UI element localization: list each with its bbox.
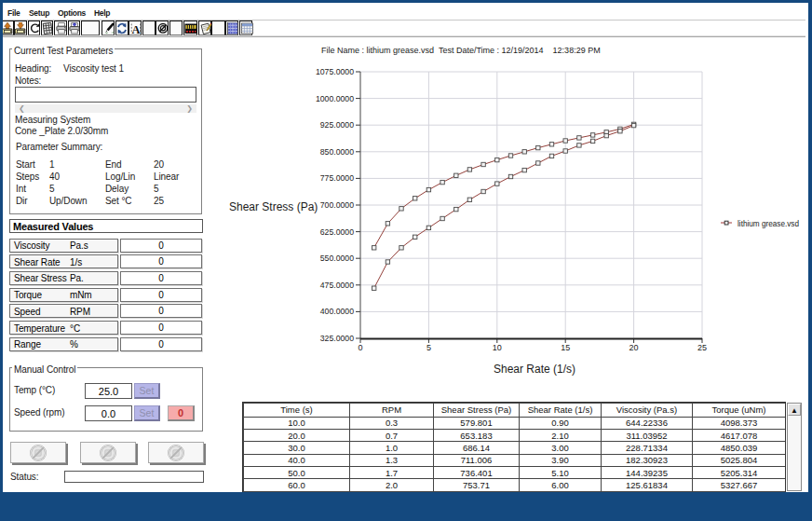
- svg-text:925.0000: 925.0000: [320, 120, 354, 130]
- svg-text:475.0000: 475.0000: [320, 281, 354, 290]
- svg-text:20: 20: [629, 343, 639, 352]
- svg-text:lithium grease.vsd: lithium grease.vsd: [738, 220, 799, 228]
- svg-text:325.0000: 325.0000: [320, 334, 354, 343]
- svg-text:850.0000: 850.0000: [320, 147, 354, 157]
- svg-text:File Name : lithium grease.vsd: File Name : lithium grease.vsd Test Date…: [321, 46, 601, 55]
- svg-text:1075.0000: 1075.0000: [316, 67, 354, 76]
- svg-text:A: A: [131, 22, 140, 34]
- svg-text:10: 10: [493, 343, 502, 352]
- svg-text:5: 5: [426, 343, 431, 352]
- svg-text:Shear Rate (1/s): Shear Rate (1/s): [494, 363, 575, 376]
- svg-text:775.0000: 775.0000: [320, 173, 354, 183]
- svg-text:1000.0000: 1000.0000: [316, 94, 354, 103]
- svg-text:0: 0: [358, 343, 362, 352]
- svg-text:Shear Stress (Pa): Shear Stress (Pa): [229, 200, 318, 213]
- svg-text:25: 25: [697, 343, 707, 352]
- svg-text:400.0000: 400.0000: [320, 307, 354, 316]
- svg-text:700.0000: 700.0000: [320, 200, 354, 210]
- svg-text:550.0000: 550.0000: [320, 254, 354, 263]
- svg-text:625.0000: 625.0000: [320, 227, 354, 237]
- svg-text:15: 15: [561, 343, 570, 352]
